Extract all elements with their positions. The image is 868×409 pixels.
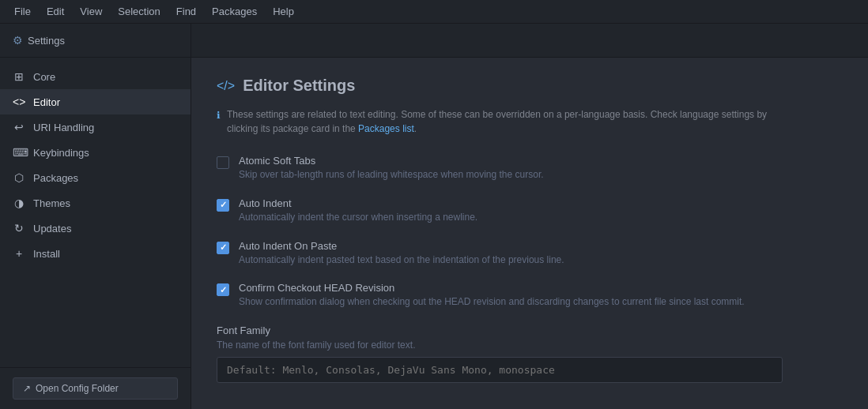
main-layout: ⚙ Settings ⊞ Core <> Editor ↩ URI Handli… bbox=[0, 24, 868, 409]
menu-view[interactable]: View bbox=[72, 4, 110, 19]
font-family-desc: The name of the font family used for edi… bbox=[217, 340, 783, 351]
description-text: These settings are related to text editi… bbox=[227, 107, 783, 136]
keybindings-icon: ⌨ bbox=[13, 146, 25, 159]
sidebar-item-core-label: Core bbox=[33, 71, 55, 83]
menubar: File Edit View Selection Find Packages H… bbox=[0, 0, 868, 24]
updates-icon: ↻ bbox=[13, 222, 25, 235]
setting-desc-auto-indent: Automatically indent the cursor when ins… bbox=[239, 211, 477, 224]
sidebar-item-keybindings-label: Keybindings bbox=[33, 147, 89, 159]
setting-item-auto-indent-on-paste: Auto Indent On PasteAutomatically indent… bbox=[217, 240, 783, 267]
sidebar-item-updates-label: Updates bbox=[33, 223, 71, 235]
settings-list: Atomic Soft TabsSkip over tab-length run… bbox=[217, 155, 783, 309]
info-icon: ℹ bbox=[217, 108, 221, 122]
sidebar-item-packages-label: Packages bbox=[33, 172, 78, 184]
setting-label-confirm-checkout-head-revision: Confirm Checkout HEAD Revision bbox=[239, 282, 745, 294]
description-box: ℹ These settings are related to text edi… bbox=[217, 107, 783, 136]
setting-label-auto-indent-on-paste: Auto Indent On Paste bbox=[239, 240, 564, 252]
setting-desc-confirm-checkout-head-revision: Show confirmation dialog when checking o… bbox=[239, 295, 745, 309]
setting-label-atomic-soft-tabs: Atomic Soft Tabs bbox=[239, 155, 544, 167]
menu-find[interactable]: Find bbox=[168, 4, 204, 19]
setting-item-confirm-checkout-head-revision: Confirm Checkout HEAD RevisionShow confi… bbox=[217, 282, 783, 309]
menu-packages[interactable]: Packages bbox=[204, 4, 265, 19]
themes-icon: ◑ bbox=[13, 197, 25, 209]
sidebar-item-keybindings[interactable]: ⌨ Keybindings bbox=[0, 140, 191, 165]
content-header bbox=[191, 24, 868, 58]
packages-icon: ⬡ bbox=[13, 171, 25, 184]
font-family-section: Font Family The name of the font family … bbox=[217, 325, 783, 383]
editor-icon: <> bbox=[13, 96, 25, 108]
open-config-label: Open Config Folder bbox=[36, 383, 119, 394]
sidebar-item-packages[interactable]: ⬡ Packages bbox=[0, 165, 191, 190]
sidebar: ⚙ Settings ⊞ Core <> Editor ↩ URI Handli… bbox=[0, 24, 191, 409]
menu-help[interactable]: Help bbox=[265, 4, 302, 19]
editor-settings-icon: </> bbox=[217, 79, 235, 93]
section-title-text: Editor Settings bbox=[243, 77, 355, 95]
core-icon: ⊞ bbox=[13, 70, 25, 83]
menu-edit[interactable]: Edit bbox=[39, 4, 72, 19]
sidebar-title: ⚙ Settings bbox=[13, 34, 65, 47]
sidebar-title-text: Settings bbox=[28, 35, 65, 47]
checkbox-confirm-checkout-head-revision[interactable] bbox=[217, 283, 229, 296]
sidebar-item-editor-label: Editor bbox=[33, 96, 60, 108]
sidebar-footer: ↗ Open Config Folder bbox=[0, 367, 191, 409]
uri-handling-icon: ↩ bbox=[13, 121, 25, 133]
sidebar-item-uri-handling-label: URI Handling bbox=[33, 122, 94, 133]
checkbox-atomic-soft-tabs[interactable] bbox=[217, 156, 229, 169]
setting-item-auto-indent: Auto IndentAutomatically indent the curs… bbox=[217, 197, 783, 224]
sidebar-header: ⚙ Settings bbox=[0, 24, 191, 58]
sidebar-item-uri-handling[interactable]: ↩ URI Handling bbox=[0, 114, 191, 140]
section-title: </> Editor Settings bbox=[217, 77, 783, 95]
font-family-label: Font Family bbox=[217, 325, 783, 336]
sidebar-item-themes[interactable]: ◑ Themes bbox=[0, 190, 191, 216]
setting-desc-atomic-soft-tabs: Skip over tab-length runs of leading whi… bbox=[239, 168, 544, 182]
sidebar-item-editor[interactable]: <> Editor bbox=[0, 89, 191, 114]
sidebar-item-install[interactable]: + Install bbox=[0, 241, 191, 266]
font-family-input[interactable] bbox=[217, 357, 783, 383]
packages-list-link[interactable]: Packages list bbox=[358, 123, 414, 134]
open-config-icon: ↗ bbox=[23, 383, 31, 394]
open-config-button[interactable]: ↗ Open Config Folder bbox=[13, 377, 178, 400]
sidebar-item-install-label: Install bbox=[33, 248, 60, 260]
menu-selection[interactable]: Selection bbox=[110, 4, 168, 19]
sidebar-nav: ⊞ Core <> Editor ↩ URI Handling ⌨ Keybin… bbox=[0, 58, 191, 367]
sidebar-item-updates[interactable]: ↻ Updates bbox=[0, 216, 191, 241]
checkbox-auto-indent[interactable] bbox=[217, 199, 229, 212]
gear-icon: ⚙ bbox=[13, 34, 23, 47]
checkbox-auto-indent-on-paste[interactable] bbox=[217, 242, 229, 254]
sidebar-item-core[interactable]: ⊞ Core bbox=[0, 64, 191, 89]
sidebar-item-themes-label: Themes bbox=[33, 197, 70, 209]
menu-file[interactable]: File bbox=[6, 4, 39, 19]
setting-desc-auto-indent-on-paste: Automatically indent pasted text based o… bbox=[239, 253, 564, 267]
content-area: </> Editor Settings ℹ These settings are… bbox=[191, 24, 868, 409]
setting-label-auto-indent: Auto Indent bbox=[239, 197, 477, 209]
setting-item-atomic-soft-tabs: Atomic Soft TabsSkip over tab-length run… bbox=[217, 155, 783, 182]
install-icon: + bbox=[13, 247, 25, 260]
content-body: </> Editor Settings ℹ These settings are… bbox=[191, 58, 808, 402]
